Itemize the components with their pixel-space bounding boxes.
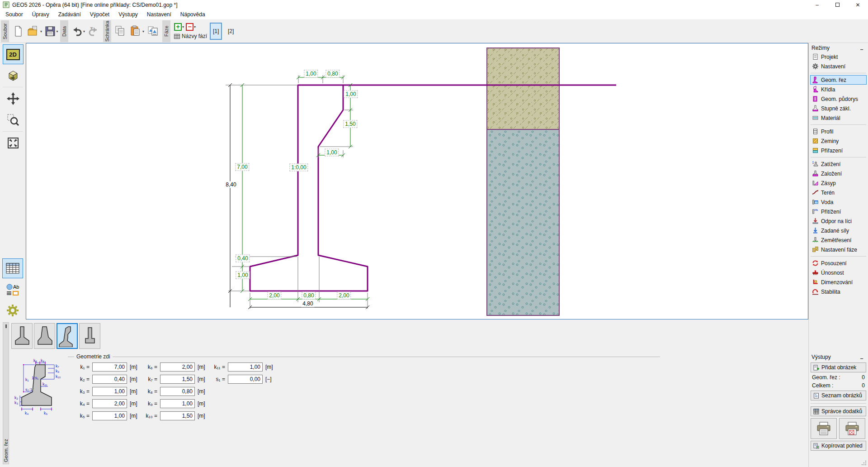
drawing-canvas[interactable]: 1,00 0,80 1,00 1,50 1,00 1:0,00 7,00 8,4… bbox=[26, 43, 808, 319]
open-dropdown-caret[interactable]: ▾ bbox=[40, 29, 42, 33]
remove-phase-caret[interactable]: ▾ bbox=[194, 25, 196, 29]
picture-list-button[interactable]: Seznam obrázků bbox=[811, 391, 866, 400]
copy-view-button[interactable]: Kopírovat pohled bbox=[811, 441, 866, 451]
mode-geom-rez[interactable]: Geom. řez bbox=[810, 75, 867, 85]
legend-icon: Ab bbox=[6, 283, 19, 296]
mode-nastaveni-faze[interactable]: 12 Nastavení fáze bbox=[810, 245, 867, 254]
frame-collapse-handle[interactable] bbox=[5, 324, 7, 328]
k1-input[interactable] bbox=[92, 362, 127, 372]
mode-zeminy[interactable]: Zeminy bbox=[810, 136, 867, 146]
k7-row: k₇ = [m] bbox=[141, 375, 205, 384]
maximize-button[interactable] bbox=[827, 0, 848, 10]
phase-2-tab[interactable]: [2] bbox=[225, 23, 237, 40]
mode-posouzeni[interactable]: Posouzení bbox=[810, 258, 867, 268]
add-phase-caret[interactable]: ▾ bbox=[182, 25, 184, 29]
k2-input[interactable] bbox=[92, 375, 127, 384]
wall-shape-1-button[interactable] bbox=[11, 323, 33, 349]
phase-1-tab[interactable]: [1] bbox=[210, 23, 222, 40]
annex-manager-button[interactable]: Správce dodatků bbox=[811, 406, 866, 416]
resize-grip[interactable] bbox=[861, 460, 867, 466]
scheme-k8-label: k₈ bbox=[41, 358, 45, 363]
menu-nastaveni[interactable]: Nastavení bbox=[143, 10, 175, 19]
mode-nastaveni[interactable]: Nastavení bbox=[810, 62, 867, 71]
legend-button[interactable]: Ab bbox=[2, 280, 23, 300]
mode-prirazeni[interactable]: Přiřazení bbox=[810, 146, 867, 155]
redo-dropdown-caret[interactable]: ▾ bbox=[89, 24, 94, 31]
copy-picture-button[interactable] bbox=[145, 21, 161, 41]
wall-outline bbox=[250, 85, 368, 291]
wall-shape-4-button[interactable] bbox=[79, 323, 100, 349]
redo-button[interactable]: ▾ bbox=[86, 21, 102, 41]
undo-dropdown-caret[interactable]: ▾ bbox=[83, 29, 85, 33]
minimize-button[interactable]: – bbox=[807, 0, 827, 10]
mode-zasyp[interactable]: Zásyp bbox=[810, 178, 867, 188]
print-document-button[interactable] bbox=[811, 418, 837, 439]
mode-teren[interactable]: Terén bbox=[810, 188, 867, 197]
s1-input[interactable] bbox=[228, 375, 263, 384]
menu-vystupy[interactable]: Výstupy bbox=[115, 10, 142, 19]
menu-zadavani[interactable]: Zadávání bbox=[55, 10, 85, 19]
pan-tool-button[interactable] bbox=[3, 89, 24, 109]
undo-button[interactable]: ▾ bbox=[69, 21, 86, 41]
k9-input[interactable] bbox=[160, 399, 195, 408]
add-picture-button[interactable]: Přidat obrázek bbox=[811, 362, 866, 372]
copy-button[interactable] bbox=[112, 21, 128, 41]
k11-input[interactable] bbox=[228, 362, 263, 372]
mode-odpor-na-lici[interactable]: Odpor na líci bbox=[810, 216, 867, 226]
title-bar: GEO5 2026 - Opěra (64 bit) [Fine online … bbox=[0, 0, 868, 10]
k6-input[interactable] bbox=[160, 362, 195, 372]
remove-phase-button[interactable]: − bbox=[186, 23, 193, 31]
fit-view-button[interactable] bbox=[3, 133, 24, 153]
menu-soubor[interactable]: Soubor bbox=[2, 10, 27, 19]
dim-top-left-label: 1,00 bbox=[304, 70, 318, 78]
close-button[interactable]: ✕ bbox=[848, 0, 868, 10]
minimize-outputs-button[interactable]: – bbox=[858, 354, 865, 360]
mode-unosnost[interactable]: Únosnost bbox=[810, 268, 867, 277]
view-3d-button[interactable]: 3D bbox=[3, 66, 24, 86]
settings-button[interactable] bbox=[2, 300, 23, 320]
menu-upravy[interactable]: Úpravy bbox=[28, 10, 53, 19]
add-phase-button[interactable]: + bbox=[174, 23, 182, 31]
mode-pritizeni[interactable]: Přitížení bbox=[810, 207, 867, 216]
wall-shape-2-button[interactable] bbox=[34, 323, 55, 349]
soils-icon bbox=[812, 138, 819, 144]
new-file-button[interactable] bbox=[10, 21, 26, 41]
add-picture-icon bbox=[813, 365, 819, 371]
wall-shape-3-button[interactable] bbox=[57, 323, 78, 349]
phase-names-toggle[interactable]: Názvy fází bbox=[174, 32, 207, 41]
k7-input[interactable] bbox=[160, 375, 195, 384]
mode-material[interactable]: Materiál bbox=[810, 113, 867, 123]
view-2d-button[interactable]: 2D bbox=[3, 44, 24, 64]
k5-input[interactable] bbox=[92, 411, 127, 420]
zoom-region-button[interactable] bbox=[3, 110, 24, 130]
k1-row: k₁ = [m] bbox=[73, 362, 137, 372]
k4-input[interactable] bbox=[92, 399, 127, 408]
mode-zatizeni[interactable]: Zatížení bbox=[810, 159, 867, 169]
table-view-button[interactable] bbox=[2, 258, 23, 278]
mode-profil[interactable]: Profil bbox=[810, 127, 867, 136]
minimize-modes-button[interactable]: – bbox=[858, 45, 865, 51]
k3-input[interactable] bbox=[92, 387, 127, 396]
frame-title: Geom. řez bbox=[3, 439, 9, 462]
k8-input[interactable] bbox=[160, 387, 195, 396]
menu-napoveda[interactable]: Nápověda bbox=[177, 10, 209, 19]
mode-zadane-sily[interactable]: Zadané síly bbox=[810, 226, 867, 235]
mode-zemetreseni[interactable]: Zemětřesení bbox=[810, 235, 867, 245]
mode-stupne-zakl[interactable]: Stupně zákl. bbox=[810, 104, 867, 113]
mode-projekt[interactable]: Projekt bbox=[810, 52, 867, 62]
open-file-button[interactable]: ▾ bbox=[26, 21, 43, 41]
save-file-button[interactable]: ▾ bbox=[43, 21, 59, 41]
print-picture-button[interactable] bbox=[839, 418, 865, 439]
k10-input[interactable] bbox=[160, 411, 195, 420]
mode-kridla[interactable]: Křídla bbox=[810, 85, 867, 94]
mode-dimenzovani[interactable]: Dimenzování bbox=[810, 277, 867, 287]
mode-stabilita[interactable]: Stabilita bbox=[810, 287, 867, 296]
menu-vypocet[interactable]: Výpočet bbox=[86, 10, 113, 19]
paste-dropdown-caret[interactable]: ▾ bbox=[142, 29, 144, 33]
mode-voda[interactable]: Voda bbox=[810, 197, 867, 207]
paste-button[interactable]: ▾ bbox=[128, 21, 145, 41]
mode-zalozeni[interactable]: Založení bbox=[810, 169, 867, 178]
wall-drawing bbox=[26, 43, 808, 319]
mode-geom-pudorys[interactable]: Geom. půdorys bbox=[810, 94, 867, 104]
save-dropdown-caret[interactable]: ▾ bbox=[57, 29, 58, 33]
